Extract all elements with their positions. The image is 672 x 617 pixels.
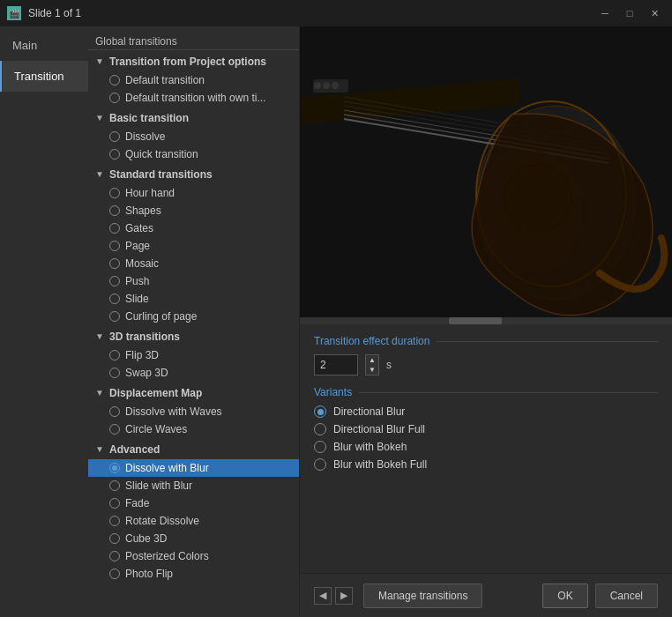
list-item[interactable]: Dissolve	[88, 128, 299, 145]
radio-icon	[109, 533, 120, 544]
radio-icon	[109, 516, 120, 526]
bottom-left: ◀ ▶ Manage transitions	[314, 584, 482, 608]
duration-row: ▲ ▼ s	[314, 354, 658, 375]
group-header-standard[interactable]: ▼ Standard transitions	[88, 165, 299, 184]
list-item[interactable]: Photo Flip	[88, 565, 299, 583]
list-item[interactable]: Hour hand	[88, 184, 299, 202]
cancel-button[interactable]: Cancel	[595, 584, 658, 608]
chevron-icon: ▼	[95, 331, 106, 342]
radio-icon	[109, 311, 120, 322]
duration-unit: s	[386, 359, 392, 371]
content-area: Transition effect duration ▲ ▼ s Variant…	[300, 26, 672, 617]
list-item[interactable]: Page	[88, 237, 299, 255]
list-item[interactable]: Mosaic	[88, 255, 299, 272]
list-item[interactable]: Posterized Colors	[88, 547, 299, 565]
group-header-basic[interactable]: ▼ Basic transition	[88, 108, 299, 128]
list-item[interactable]: Quick transition	[88, 145, 299, 163]
variant-radio-0[interactable]	[314, 405, 326, 418]
radio-icon	[109, 258, 120, 269]
chevron-icon: ▼	[95, 444, 106, 455]
spin-up-button[interactable]: ▲	[366, 355, 378, 365]
svg-point-15	[314, 82, 321, 89]
bottom-right: OK Cancel	[542, 584, 658, 608]
variant-label-3: Blur with Bokeh Full	[333, 458, 427, 471]
minimize-button[interactable]: ─	[594, 4, 616, 22]
nav-prev-button[interactable]: ◀	[314, 587, 332, 605]
bottom-bar: ◀ ▶ Manage transitions OK Cancel	[300, 573, 672, 617]
list-item[interactable]: Rotate Dissolve	[88, 512, 299, 530]
radio-icon	[109, 75, 120, 85]
ok-button[interactable]: OK	[542, 584, 587, 608]
manage-transitions-button[interactable]: Manage transitions	[363, 584, 482, 608]
list-item[interactable]: Gates	[88, 219, 299, 237]
list-item[interactable]: Circle Waves	[88, 420, 299, 438]
variant-radio-2[interactable]	[314, 441, 326, 453]
variant-label-0: Directional Blur	[333, 405, 405, 418]
chevron-icon: ▼	[95, 56, 106, 67]
app-icon: 🎬	[7, 6, 21, 20]
scrollbar-thumb[interactable]	[449, 317, 502, 324]
sidebar-item-main[interactable]: Main	[0, 30, 88, 61]
group-header-3d[interactable]: ▼ 3D transitions	[88, 327, 299, 346]
title-bar-left: 🎬 Slide 1 of 1	[7, 6, 81, 20]
radio-icon	[109, 131, 120, 142]
variant-radio-1[interactable]	[314, 423, 326, 435]
variant-radio-3[interactable]	[314, 458, 326, 471]
options-area: Transition effect duration ▲ ▼ s Variant…	[300, 324, 672, 573]
maximize-button[interactable]: □	[619, 4, 640, 22]
title-text: Slide 1 of 1	[28, 7, 81, 19]
list-item[interactable]: Shapes	[88, 202, 299, 219]
list-item[interactable]: Slide with Blur	[88, 477, 299, 494]
radio-icon-filled	[109, 463, 120, 473]
radio-icon	[109, 498, 120, 509]
radio-icon	[109, 93, 120, 103]
list-item[interactable]: Push	[88, 272, 299, 290]
spin-down-button[interactable]: ▼	[366, 365, 378, 375]
list-item[interactable]: Flip 3D	[88, 346, 299, 364]
variant-item-0[interactable]: Directional Blur	[314, 405, 658, 418]
tree-panel: Global transitions ▼ Transition from Pro…	[88, 26, 300, 617]
radio-icon	[109, 368, 120, 378]
group-header-project[interactable]: ▼ Transition from Project options	[88, 52, 299, 71]
radio-icon	[109, 205, 120, 216]
duration-section-label: Transition effect duration	[314, 335, 658, 347]
radio-icon	[109, 551, 120, 561]
variant-label-2: Blur with Bokeh	[333, 441, 407, 453]
sidebar-item-transition[interactable]: Transition	[0, 61, 88, 92]
group-header-advanced[interactable]: ▼ Advanced	[88, 440, 299, 459]
list-item[interactable]: Dissolve with Waves	[88, 403, 299, 420]
list-item[interactable]: Curling of page	[88, 308, 299, 325]
sidebar-tabs: Main Transition	[0, 26, 88, 617]
preview-scrollbar[interactable]	[300, 317, 672, 324]
svg-point-17	[332, 82, 339, 89]
duration-section: Transition effect duration ▲ ▼ s	[314, 335, 658, 375]
radio-icon	[109, 276, 120, 286]
variant-item-1[interactable]: Directional Blur Full	[314, 423, 658, 435]
duration-input[interactable]	[314, 354, 358, 375]
title-controls: ─ □ ✕	[594, 4, 665, 22]
group-header-displacement[interactable]: ▼ Displacement Map	[88, 383, 299, 403]
nav-next-button[interactable]: ▶	[335, 587, 353, 605]
variant-label-1: Directional Blur Full	[333, 423, 425, 435]
duration-spinners: ▲ ▼	[365, 354, 379, 375]
list-item[interactable]: Fade	[88, 494, 299, 512]
chevron-icon: ▼	[95, 169, 106, 180]
list-item-selected[interactable]: Dissolve with Blur	[88, 459, 299, 477]
variant-item-3[interactable]: Blur with Bokeh Full	[314, 458, 658, 471]
list-item[interactable]: Slide	[88, 290, 299, 308]
variant-item-2[interactable]: Blur with Bokeh	[314, 441, 658, 453]
list-item[interactable]: Default transition with own ti...	[88, 89, 299, 107]
radio-icon	[109, 350, 120, 361]
chevron-icon: ▼	[95, 388, 106, 398]
app-body: Main Transition Global transitions ▼ Tra…	[0, 26, 672, 617]
tree-section-header: Global transitions	[88, 30, 299, 50]
close-button[interactable]: ✕	[644, 4, 665, 22]
list-item[interactable]: Cube 3D	[88, 530, 299, 547]
radio-icon	[109, 406, 120, 417]
radio-icon	[109, 294, 120, 304]
guitar-preview	[300, 26, 672, 317]
list-item[interactable]: Swap 3D	[88, 364, 299, 382]
list-item[interactable]: Default transition	[88, 71, 299, 89]
radio-icon	[109, 480, 120, 491]
variants-list: Directional Blur Directional Blur Full B…	[314, 405, 658, 471]
